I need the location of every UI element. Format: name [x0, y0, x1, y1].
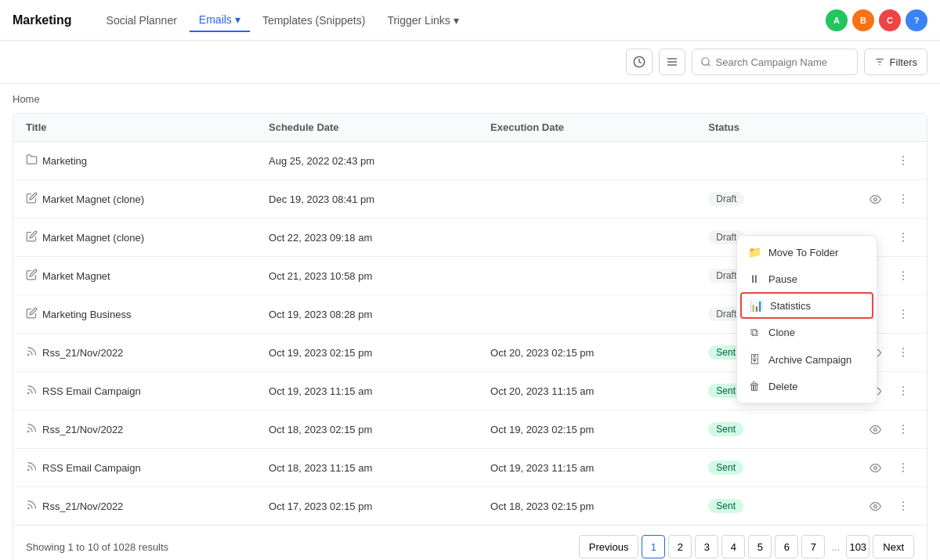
svg-point-4	[701, 58, 708, 65]
clock-icon-btn[interactable]	[626, 49, 653, 75]
avatar-3[interactable]: C	[879, 9, 901, 31]
status-cell: Sent	[696, 410, 799, 449]
view-button[interactable]	[864, 457, 886, 479]
svg-point-16	[902, 233, 904, 234]
more-options-button[interactable]	[892, 303, 914, 325]
more-options-button[interactable]	[892, 380, 914, 402]
pagination: Showing 1 to 10 of 1028 results Previous…	[13, 525, 927, 560]
page-5-button[interactable]: 5	[748, 535, 772, 558]
svg-point-24	[902, 317, 904, 319]
svg-point-13	[902, 194, 904, 196]
svg-point-15	[902, 202, 904, 204]
status-badge: Sent	[708, 499, 743, 513]
more-options-button[interactable]	[892, 188, 914, 210]
avatar-2[interactable]: B	[852, 9, 874, 31]
menu-clone[interactable]: ⧉ Clone	[737, 319, 877, 346]
search-input[interactable]	[716, 56, 849, 68]
menu-archive-campaign[interactable]: 🗄 Archive Campaign	[737, 346, 877, 373]
svg-point-39	[902, 432, 904, 434]
page-4-button[interactable]: 4	[721, 535, 745, 558]
title-cell: Rss_21/Nov/2022	[13, 334, 256, 372]
svg-point-29	[902, 356, 904, 357]
page-2-button[interactable]: 2	[668, 535, 692, 558]
tab-emails[interactable]: Emails ▾	[190, 9, 250, 32]
next-button[interactable]: Next	[873, 535, 914, 558]
more-options-button[interactable]	[892, 150, 914, 172]
campaign-title: Rss_21/Nov/2022	[42, 424, 123, 435]
col-title: Title	[13, 114, 256, 142]
execution-date: Oct 18, 2023 02:15 pm	[478, 487, 696, 526]
more-options-button[interactable]	[892, 341, 914, 363]
svg-point-34	[902, 394, 904, 396]
schedule-date: Oct 18, 2023 11:15 am	[256, 449, 478, 487]
schedule-date: Oct 21, 2023 10:58 pm	[256, 257, 478, 295]
svg-point-38	[902, 428, 904, 430]
svg-point-21	[902, 279, 904, 280]
breadcrumb: Home	[13, 93, 927, 105]
svg-point-45	[28, 508, 29, 508]
search-box[interactable]	[692, 49, 858, 75]
svg-point-48	[902, 505, 904, 507]
tab-social-planner[interactable]: Social Planner	[97, 9, 186, 32]
view-button[interactable]	[864, 418, 886, 440]
svg-point-10	[902, 160, 904, 161]
status-cell: Sent	[696, 449, 799, 487]
menu-move-to-folder[interactable]: 📁 Move To Folder	[737, 239, 877, 266]
svg-point-32	[902, 386, 904, 388]
table-row: RSS Email Campaign Oct 18, 2023 11:15 am…	[13, 449, 927, 487]
list-icon-btn[interactable]	[659, 49, 685, 75]
row-icon	[26, 192, 38, 206]
page-1-button[interactable]: 1	[642, 535, 665, 558]
more-options-button[interactable]	[892, 418, 914, 440]
avatar-1[interactable]: A	[826, 9, 848, 31]
archive-icon: 🗄	[748, 353, 761, 366]
svg-point-19	[902, 271, 904, 273]
menu-pause[interactable]: ⏸ Pause	[737, 266, 877, 292]
more-options-button[interactable]	[892, 495, 914, 517]
svg-point-43	[902, 467, 904, 468]
row-icon	[26, 269, 38, 283]
schedule-date: Oct 19, 2023 11:15 am	[256, 372, 478, 410]
avatar-group: A B C ?	[826, 9, 927, 31]
table-header: Title Schedule Date Execution Date Statu…	[13, 114, 927, 142]
execution-date	[478, 219, 696, 257]
title-cell: RSS Email Campaign	[13, 372, 256, 410]
avatar-4[interactable]: ?	[906, 9, 927, 31]
more-options-button[interactable]	[892, 226, 914, 248]
more-options-button[interactable]	[892, 457, 914, 479]
view-button[interactable]	[864, 495, 886, 517]
page-6-button[interactable]: 6	[775, 535, 798, 558]
tab-templates[interactable]: Templates (Snippets)	[253, 9, 375, 32]
menu-delete[interactable]: 🗑 Delete	[737, 373, 877, 399]
brand-name: Marketing	[13, 13, 72, 27]
svg-point-17	[902, 237, 904, 238]
actions-cell	[799, 487, 927, 526]
campaign-title: Market Magnet (clone)	[42, 232, 144, 244]
svg-point-33	[902, 390, 904, 392]
svg-point-46	[873, 504, 877, 508]
col-status: Status	[696, 114, 799, 142]
tab-trigger-links[interactable]: Trigger Links ▾	[378, 9, 468, 32]
page-dots: ...	[828, 541, 843, 553]
svg-point-12	[873, 197, 877, 201]
svg-point-25	[28, 354, 29, 355]
row-icon	[26, 230, 38, 244]
menu-statistics[interactable]: 📊 Statistics	[740, 292, 873, 319]
execution-date	[478, 180, 696, 219]
actions-cell	[799, 449, 927, 487]
filters-button[interactable]: Filters	[864, 49, 927, 75]
more-options-button[interactable]	[892, 265, 914, 287]
col-schedule: Schedule Date	[256, 114, 478, 142]
execution-date: Oct 20, 2023 02:15 pm	[478, 334, 696, 372]
page-last-button[interactable]: 103	[846, 535, 870, 558]
prev-button[interactable]: Previous	[579, 535, 639, 558]
svg-point-44	[902, 471, 904, 472]
execution-date	[478, 257, 696, 295]
svg-point-22	[902, 309, 904, 311]
page-3-button[interactable]: 3	[695, 535, 718, 558]
context-menu: 📁 Move To Folder ⏸ Pause 📊 Statistics ⧉ …	[736, 235, 877, 403]
view-button[interactable]	[864, 188, 886, 210]
page-7-button[interactable]: 7	[801, 535, 825, 558]
actions-cell	[799, 142, 927, 180]
schedule-date: Oct 22, 2023 09:18 am	[256, 219, 478, 257]
